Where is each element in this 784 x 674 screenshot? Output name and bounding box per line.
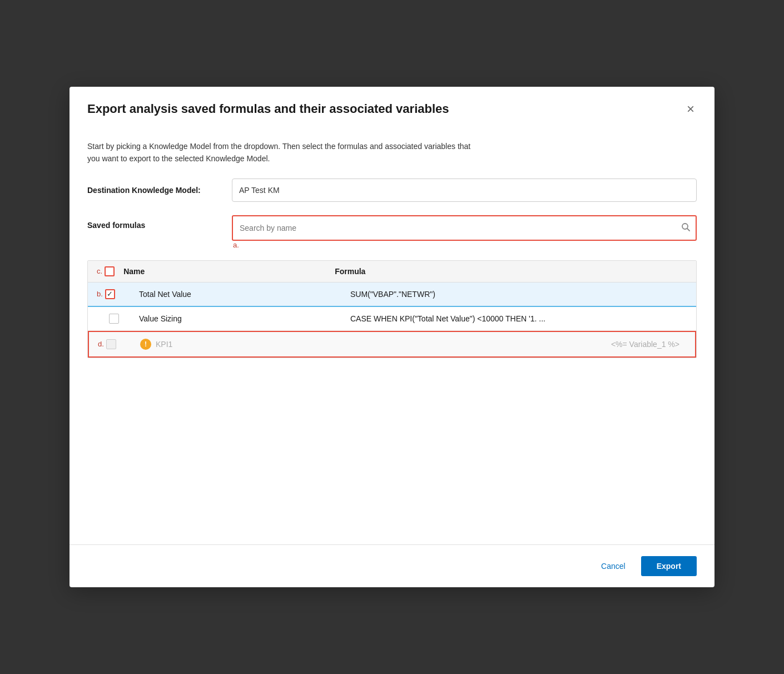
select-all-checkbox[interactable]	[105, 266, 115, 276]
annotation-d: d.	[98, 340, 104, 348]
export-dialog: Export analysis saved formulas and their…	[70, 87, 714, 587]
row-name: Value Sizing	[139, 314, 350, 323]
svg-line-1	[687, 229, 689, 231]
dialog-header: Export analysis saved formulas and their…	[70, 87, 714, 129]
col-formula-header: Formula	[335, 267, 365, 276]
annotation-a: a.	[232, 241, 239, 249]
destination-km-row: Destination Knowledge Model:	[87, 179, 697, 202]
col-name-header: Name	[123, 267, 335, 276]
search-input-box	[232, 215, 697, 241]
row-name: Total Net Value	[139, 290, 350, 299]
table-row: b. ✓ Total Net Value SUM("VBAP"."NETWR")	[88, 283, 696, 307]
saved-formulas-label: Saved formulas	[87, 215, 232, 230]
row-checkbox-area: b. ✓	[97, 289, 130, 299]
table-row: d. ! KPI1 <%= Variable_1 %>	[88, 331, 696, 358]
search-wrapper: a.	[232, 215, 697, 251]
search-icon-button[interactable]	[681, 222, 690, 234]
row-formula: SUM("VBAP"."NETWR")	[350, 290, 435, 299]
export-button[interactable]: Export	[641, 556, 697, 576]
destination-km-label: Destination Knowledge Model:	[87, 186, 232, 195]
row-checkbox-checked[interactable]: ✓	[105, 289, 115, 299]
close-button[interactable]: ×	[684, 100, 697, 118]
header-checkbox-area: c.	[97, 266, 115, 276]
row-checkbox-area: d.	[98, 339, 131, 349]
row-formula: <%= Variable_1 %>	[611, 340, 686, 349]
destination-km-input[interactable]	[232, 179, 697, 202]
row-checkbox-unchecked[interactable]	[109, 314, 119, 324]
dialog-body: Start by picking a Knowledge Model from …	[70, 129, 714, 544]
cancel-button[interactable]: Cancel	[592, 557, 634, 575]
dialog-title: Export analysis saved formulas and their…	[87, 102, 449, 116]
row-checkbox-disabled	[106, 339, 116, 349]
row-checkbox-area	[97, 314, 130, 324]
dialog-footer: Cancel Export	[70, 544, 714, 587]
annotation-c: c.	[97, 267, 102, 275]
search-icon	[681, 222, 690, 231]
row-name: KPI1	[156, 340, 367, 349]
table-row: Value Sizing CASE WHEN KPI("Total Net Va…	[88, 307, 696, 331]
annotation-b: b.	[97, 290, 103, 298]
row-formula: CASE WHEN KPI("Total Net Value") <10000 …	[350, 314, 545, 323]
search-input[interactable]	[233, 216, 696, 240]
warning-icon: !	[140, 339, 151, 350]
formulas-table: c. Name Formula b. ✓ Total Net Value SUM…	[87, 260, 697, 358]
saved-formulas-section: Saved formulas a.	[87, 215, 697, 251]
table-header-row: c. Name Formula	[88, 261, 696, 283]
dialog-overlay: Export analysis saved formulas and their…	[0, 0, 784, 674]
dialog-description: Start by picking a Knowledge Model from …	[87, 140, 477, 165]
